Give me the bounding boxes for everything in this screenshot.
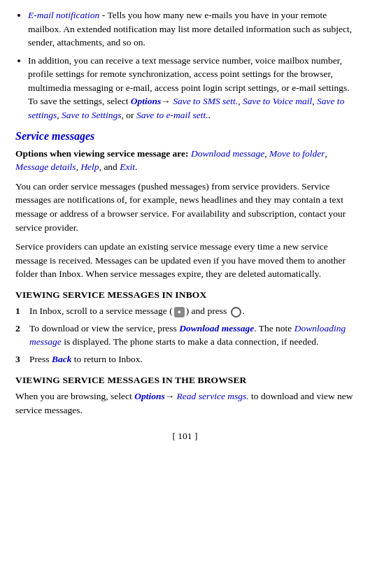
download-message-link[interactable]: Download message bbox=[191, 148, 264, 159]
inbox-step-2: 2 To download or view the service, press… bbox=[15, 322, 355, 349]
page-footer: [ 101 ] bbox=[15, 429, 355, 443]
browser-subheading: VIEWING SERVICE MESSAGES IN THE BROWSER bbox=[15, 373, 355, 387]
inbox-subheading: VIEWING SERVICE MESSAGES IN INBOX bbox=[15, 288, 355, 302]
save-email-link[interactable]: Save to e-mail sett. bbox=[136, 110, 208, 120]
bullet2-save-prefix: To save the settings, select bbox=[28, 96, 131, 106]
step3-content: Press Back to return to Inbox. bbox=[29, 352, 143, 366]
save-sms-link[interactable]: Save to SMS sett. bbox=[173, 96, 238, 106]
options-label-bold: Options bbox=[131, 96, 162, 106]
exit-link[interactable]: Exit bbox=[120, 162, 135, 172]
inbox-step-3: 3 Press Back to return to Inbox. bbox=[15, 352, 355, 366]
move-to-folder-link[interactable]: Move to folder bbox=[269, 148, 325, 159]
service-msg-icon: ● bbox=[174, 307, 185, 317]
email-notification-link[interactable]: E-mail notification bbox=[28, 10, 99, 20]
service-messages-heading: Service messages bbox=[15, 128, 355, 144]
options-intro-text: Options when viewing service message are… bbox=[15, 148, 191, 159]
save-settings-link2[interactable]: Save to Settings bbox=[62, 110, 121, 120]
browser-paragraph: When you are browsing, select Options→ R… bbox=[15, 389, 355, 417]
options-line: Options when viewing service message are… bbox=[15, 147, 355, 174]
back-link[interactable]: Back bbox=[52, 354, 72, 364]
paragraph1: You can order service messages (pushed m… bbox=[15, 180, 355, 234]
page-number: [ 101 ] bbox=[173, 431, 198, 441]
download-message-step2-link[interactable]: Download message bbox=[179, 323, 254, 334]
bullet-item-addition: In addition, you can receive a text mess… bbox=[28, 54, 355, 122]
intro-bullet-list: E-mail notification - Tells you how many… bbox=[15, 8, 355, 122]
message-details-link[interactable]: Message details bbox=[15, 162, 76, 172]
bullet-item-email: E-mail notification - Tells you how many… bbox=[28, 8, 355, 50]
step2-content: To download or view the service, press D… bbox=[29, 322, 355, 349]
step2-num: 2 bbox=[15, 322, 25, 349]
inbox-steps-list: 1 In Inbox, scroll to a service message … bbox=[15, 304, 355, 366]
help-link[interactable]: Help bbox=[80, 162, 99, 172]
step3-num: 3 bbox=[15, 352, 25, 366]
paragraph2: Service providers can update an existing… bbox=[15, 240, 355, 281]
read-service-msgs-link[interactable]: Read service msgs. bbox=[177, 391, 249, 401]
bullet1-content: E-mail notification - Tells you how many… bbox=[28, 10, 352, 48]
inbox-step-1: 1 In Inbox, scroll to a service message … bbox=[15, 304, 355, 318]
select-icon bbox=[231, 307, 241, 317]
step1-num: 1 bbox=[15, 304, 25, 318]
save-voicemail-link[interactable]: Save to Voice mail bbox=[243, 96, 312, 106]
bullet2-text: In addition, you can receive a text mess… bbox=[28, 55, 350, 93]
browser-options-label: Options bbox=[134, 391, 165, 401]
step1-content: In Inbox, scroll to a service message (●… bbox=[29, 304, 245, 318]
